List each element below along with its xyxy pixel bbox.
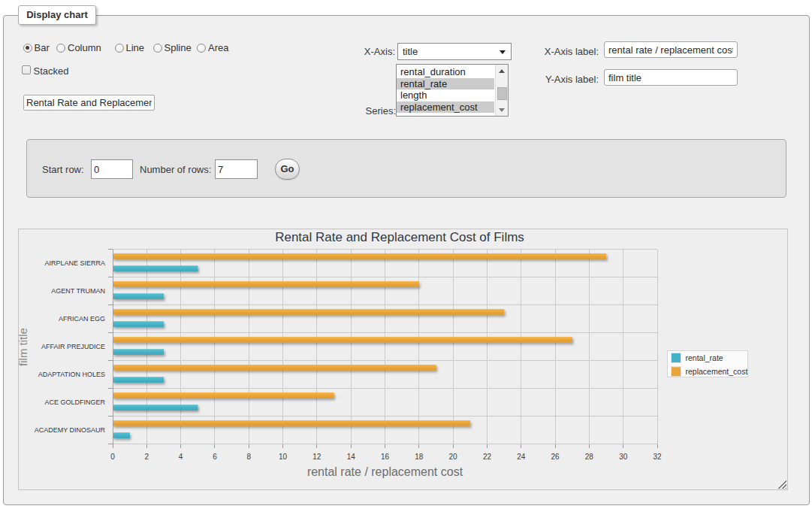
svg-text:0: 0 <box>110 453 115 461</box>
chart-type-radio-bar[interactable]: Bar <box>23 43 50 53</box>
svg-text:24: 24 <box>517 453 526 461</box>
start-row-label: Start row: <box>42 164 84 175</box>
svg-text:2: 2 <box>145 453 149 461</box>
chart-type-radio-line[interactable]: Line <box>115 43 145 53</box>
svg-text:22: 22 <box>483 453 492 461</box>
svg-text:8: 8 <box>246 453 251 461</box>
series-listbox-label: Series: <box>342 105 396 117</box>
bar-chart: AIRPLANE SIERRAAGENT TRUMANAFRICAN EGGAF… <box>19 229 787 489</box>
chart-type-radio-column[interactable]: Column <box>56 43 101 53</box>
radio-circle-icon[interactable] <box>197 44 206 53</box>
listbox-scrollbar[interactable] <box>495 65 508 116</box>
radio-dot <box>200 46 204 50</box>
svg-text:14: 14 <box>347 453 356 461</box>
chart-type-label: Area <box>208 42 228 53</box>
radio-dot <box>117 46 121 50</box>
chart-type-label: Line <box>126 42 145 53</box>
y-axis-label-input[interactable] <box>604 69 738 86</box>
chart-type-label: Bar <box>35 42 50 53</box>
svg-text:film title: film title <box>19 328 29 366</box>
svg-text:28: 28 <box>585 453 594 461</box>
svg-text:Rental Rate and Replacement Co: Rental Rate and Replacement Cost of Film… <box>275 230 524 244</box>
svg-text:4: 4 <box>179 453 183 461</box>
number-of-rows-input[interactable] <box>215 159 258 179</box>
rows-panel: Start row: Number of rows: Go <box>26 139 786 198</box>
x-axis-select-label: X-Axis: <box>342 46 395 57</box>
x-axis-select[interactable]: title <box>397 43 512 60</box>
radio-circle-icon[interactable] <box>56 44 65 53</box>
select-dropdown-arrow-icon <box>500 50 506 54</box>
scrollbar-thumb[interactable] <box>497 87 507 100</box>
radio-circle-icon[interactable] <box>153 44 162 53</box>
number-of-rows-label: Number of rows: <box>140 164 211 175</box>
svg-text:AFRICAN EGG: AFRICAN EGG <box>59 315 105 323</box>
svg-text:6: 6 <box>213 453 217 461</box>
x-axis-selected-value: title <box>403 46 418 57</box>
svg-text:26: 26 <box>551 453 560 461</box>
scrollbar-down-button[interactable] <box>496 104 508 116</box>
stacked-checkbox[interactable] <box>22 65 31 74</box>
chart-type-label: Column <box>68 42 101 53</box>
chart-type-radio-area[interactable]: Area <box>197 43 228 53</box>
radio-circle-icon[interactable] <box>115 44 124 53</box>
series-option-rental_rate[interactable]: rental_rate <box>397 78 494 90</box>
scrollbar-up-button[interactable] <box>496 65 508 77</box>
svg-text:12: 12 <box>312 453 321 461</box>
x-axis-label-input[interactable] <box>604 41 738 58</box>
chart-container: AIRPLANE SIERRAAGENT TRUMANAFRICAN EGGAF… <box>18 229 788 490</box>
svg-text:ACE GOLDFINGER: ACE GOLDFINGER <box>44 398 105 406</box>
x-axis-label-label: X-Axis label: <box>524 46 599 57</box>
svg-text:ACADEMY DINOSAUR: ACADEMY DINOSAUR <box>35 426 106 434</box>
series-option-length[interactable]: length <box>397 89 494 101</box>
start-row-input[interactable] <box>91 159 133 179</box>
svg-text:AFFAIR PREJUDICE: AFFAIR PREJUDICE <box>41 343 105 350</box>
svg-text:18: 18 <box>415 453 424 461</box>
series-option-rental_duration[interactable]: rental_duration <box>397 66 494 78</box>
radio-dot <box>26 46 29 50</box>
svg-text:rental_rate: rental_rate <box>686 353 723 362</box>
svg-text:10: 10 <box>279 453 288 461</box>
scroll-down-arrow-icon <box>499 108 505 112</box>
svg-text:32: 32 <box>653 453 662 461</box>
svg-text:20: 20 <box>449 453 458 461</box>
y-axis-label-label: Y-Axis label: <box>524 74 599 85</box>
radio-dot <box>155 46 159 50</box>
chart-type-label: Spline <box>165 42 192 53</box>
radio-circle-icon[interactable] <box>23 44 32 53</box>
radio-dot <box>59 46 63 50</box>
svg-text:AGENT TRUMAN: AGENT TRUMAN <box>51 287 105 295</box>
svg-text:ADAPTATION HOLES: ADAPTATION HOLES <box>38 371 105 378</box>
stacked-label: Stacked <box>34 65 69 77</box>
series-listbox[interactable]: rental_durationrental_ratelengthreplacem… <box>396 64 509 117</box>
scroll-up-arrow-icon <box>499 69 505 73</box>
svg-text:16: 16 <box>381 453 390 461</box>
svg-text:AIRPLANE SIERRA: AIRPLANE SIERRA <box>44 259 105 267</box>
chart-title-input[interactable] <box>23 95 155 111</box>
chart-type-radio-spline[interactable]: Spline <box>153 43 192 53</box>
series-option-replacement_cost[interactable]: replacement_cost <box>397 101 494 114</box>
svg-text:rental rate / replacement cost: rental rate / replacement cost <box>307 465 463 478</box>
fieldset-legend: Display chart <box>18 5 96 25</box>
svg-text:replacement_cost: replacement_cost <box>686 367 748 376</box>
svg-text:30: 30 <box>619 453 628 461</box>
go-button[interactable]: Go <box>275 159 300 180</box>
